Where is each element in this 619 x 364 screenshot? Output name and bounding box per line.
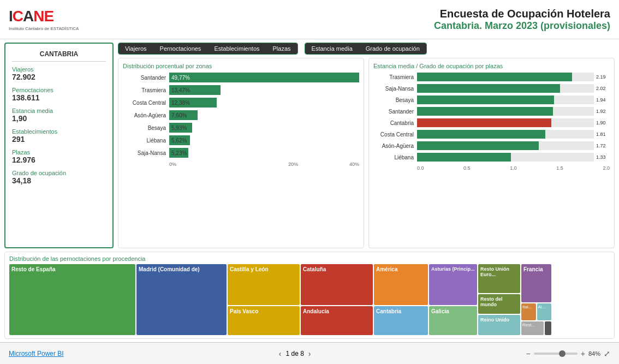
treemap-cell-cantabria: Cantabria [374, 306, 428, 335]
page-separator: de [291, 350, 300, 357]
zoom-thumb[interactable] [559, 350, 566, 357]
sidebar-plazas: Plazas 12.976 [12, 149, 106, 164]
treemap-col-asturias: Asturias (Princip... Galicia [429, 264, 477, 335]
logo-icane: ICANE [9, 8, 85, 25]
pagination: ‹ 1 de 8 › [279, 349, 311, 358]
treemap-cell-resto-ue: Resto Unión Euro... [478, 264, 520, 293]
zoom-controls: − + 84% ⤢ [526, 349, 610, 358]
treemap-cell-castilla: Castilla y León [228, 264, 300, 305]
treemap-cell-ital: Ital... [521, 303, 536, 320]
treemap-row-rest: Rest... [521, 321, 551, 335]
treemap-cell-francia: Francia [521, 264, 551, 302]
treemap-row-small: Ital... Al... [521, 303, 551, 320]
tab-group-2: Estancia media Grado de ocupación [305, 43, 427, 55]
sidebar-value-establecimientos: 291 [12, 135, 106, 144]
bar2-liebana: Liébana 1.33 [373, 153, 610, 162]
sidebar-value-grado: 34,18 [12, 176, 106, 185]
tab-grado-ocupacion[interactable]: Grado de ocupación [359, 43, 426, 54]
treemap-col-castilla: Castilla y León País Vasco [228, 264, 300, 335]
bar-asonaguera: Asón-Agüera 7,60% [123, 110, 359, 120]
treemap-cell-cataluna: Cataluña [301, 264, 373, 305]
bar2-costacentral: Costa Central 1.81 [373, 130, 610, 139]
tab-viajeros[interactable]: Viajeros [118, 43, 153, 54]
bar-sajanansa: Saja-Nansa 5,23% [123, 148, 359, 158]
bar-costacentral: Costa Central 12,38% [123, 98, 359, 108]
treemap-cell-al: Al... [537, 303, 552, 320]
treemap-cell-paisvasco: País Vasco [228, 306, 300, 335]
sidebar-value-plazas: 12.976 [12, 156, 106, 164]
treemap-cell-resto-mundo: Resto del mundo [478, 294, 520, 314]
page-current: 1 [285, 350, 289, 357]
tab-group-1: Viajeros Pernoctaciones Establecimientos… [118, 43, 298, 55]
tab-establecimientos[interactable]: Establecimientos [207, 43, 266, 54]
sidebar-label-viajeros: Viajeros [12, 66, 106, 73]
chart2-title: Estancia media / Grado de ocupación por … [373, 63, 610, 69]
prev-page-button[interactable]: ‹ [279, 349, 282, 358]
bar-liebana: Liébana 5,62% [123, 135, 359, 145]
treemap-cell-resto-espana: Resto de España [9, 264, 135, 335]
tab-estancia-media[interactable]: Estancia media [305, 43, 359, 54]
sidebar-value-estancia: 1,90 [12, 114, 106, 123]
treemap-cell-galicia: Galicia [429, 306, 477, 335]
sidebar: CANTABRIA Viajeros 72.902 Pernoctaciones… [4, 43, 114, 248]
treemap-col-cataluna: Cataluña Andalucía [301, 264, 373, 335]
next-page-button[interactable]: › [308, 349, 311, 358]
bar2-besaya: Besaya 1.94 [373, 96, 610, 104]
charts-row: Distribución porcentual por zonas Santan… [118, 58, 615, 248]
tab-plazas[interactable]: Plazas [266, 43, 297, 54]
sidebar-grado: Grado de ocupación 34,18 [12, 170, 106, 185]
sidebar-value-viajeros: 72.902 [12, 73, 106, 81]
treemap-section: Distribución de las pernoctaciones por p… [4, 252, 615, 339]
bar-trasmiera: Trasmiera 13,47% [123, 85, 359, 95]
bar2-cantabria: Cantabria 1.90 [373, 118, 610, 127]
bar2-trasmiera: Trasmiera 2.19 [373, 73, 610, 81]
zoom-minus-button[interactable]: − [526, 349, 531, 358]
sidebar-establecimientos: Establecimientos 291 [12, 128, 106, 144]
zoom-percentage: 84% [588, 350, 600, 357]
page-title: Encuesta de Ocupación Hotelera [85, 8, 610, 20]
treemap-cell-extra [545, 321, 551, 335]
chart2-axis: 0.0 0.5 1.0 1.5 2.0 [417, 164, 610, 171]
treemap-title: Distribución de las pernoctaciones por p… [9, 255, 610, 262]
bar-besaya: Besaya 5,93% [123, 123, 359, 133]
zoom-slider[interactable] [534, 353, 578, 355]
header-title: Encuesta de Ocupación Hotelera Cantabria… [85, 8, 610, 32]
logo-subtitle: Instituto Cántabro de ESTADÍSTICA [9, 26, 85, 31]
chart1-axis: 0% 20% 40% [169, 160, 359, 167]
tab-pernoctaciones[interactable]: Pernoctaciones [153, 43, 208, 54]
bar2-santander: Santander 1.92 [373, 107, 610, 116]
sidebar-label-pernoctaciones: Pernoctaciones [12, 87, 106, 93]
fullscreen-icon[interactable]: ⤢ [604, 349, 610, 358]
page-info: 1 de 8 [285, 350, 303, 357]
sidebar-label-grado: Grado de ocupación [12, 170, 106, 176]
logo-area: ICANE Instituto Cántabro de ESTADÍSTICA [9, 8, 85, 31]
sidebar-viajeros: Viajeros 72.902 [12, 66, 106, 81]
bar2-asonaguera: Asón-Agüera 1.72 [373, 141, 610, 150]
bar2-sajanansa: Saja-Nansa 2.02 [373, 84, 610, 93]
treemap-col-ue: Resto Unión Euro... Resto del mundo Rein… [478, 264, 520, 335]
sidebar-pernoctaciones: Pernoctaciones 138.611 [12, 87, 106, 102]
header: ICANE Instituto Cántabro de ESTADÍSTICA … [0, 0, 619, 39]
treemap: Resto de España Madrid (Comunidad de) Ca… [9, 264, 610, 335]
treemap-cell-madrid: Madrid (Comunidad de) [136, 264, 227, 335]
treemap-cell-andalucia: Andalucía [301, 306, 373, 335]
treemap-col-america: América Cantabria [374, 264, 428, 335]
sidebar-label-estancia: Estancia media [12, 108, 106, 114]
treemap-cell-asturias: Asturias (Princip... [429, 264, 477, 305]
bottom-bar: Microsoft Power BI ‹ 1 de 8 › − + 84% ⤢ [0, 342, 619, 364]
treemap-cell-america: América [374, 264, 428, 305]
treemap-col-francia: Francia Ital... Al... Rest... [521, 264, 551, 335]
sidebar-label-plazas: Plazas [12, 149, 106, 156]
main-container: ICANE Instituto Cántabro de ESTADÍSTICA … [0, 0, 619, 364]
page-subtitle: Cantabria. Marzo 2023 (provisionales) [85, 20, 610, 32]
sidebar-value-pernoctaciones: 138.611 [12, 93, 106, 102]
page-total: 8 [300, 350, 304, 357]
sidebar-label-establecimientos: Establecimientos [12, 128, 106, 135]
chart-porcentual: Distribución porcentual por zonas Santan… [118, 58, 364, 248]
chart-estancia: Estancia media / Grado de ocupación por … [368, 58, 615, 248]
logo-text: ICANE [9, 8, 53, 25]
zoom-plus-button[interactable]: + [581, 349, 585, 358]
sidebar-estancia: Estancia media 1,90 [12, 108, 106, 123]
powerbi-link[interactable]: Microsoft Power BI [9, 350, 64, 357]
chart1-title: Distribución porcentual por zonas [123, 63, 359, 69]
